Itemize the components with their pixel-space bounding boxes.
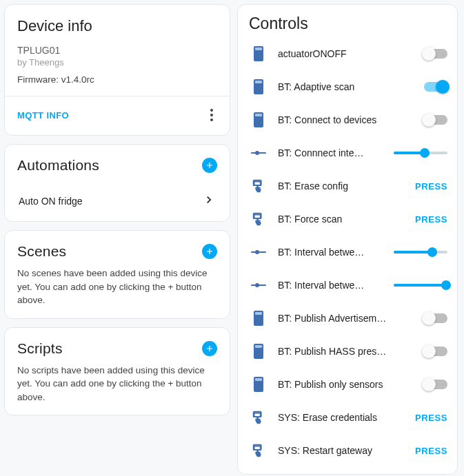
control-label: BT: Interval betwe… xyxy=(278,280,384,291)
tap-icon xyxy=(249,410,268,425)
scripts-title: Scripts xyxy=(17,340,63,357)
control-label: SYS: Restart gateway xyxy=(278,445,388,456)
control-row[interactable]: BT: Publish Advertisement … xyxy=(248,302,449,335)
control-row[interactable]: BT: Publish only sensors xyxy=(248,368,449,401)
mqtt-info-link[interactable]: MQTT INFO xyxy=(17,110,69,121)
control-label: BT: Connnect inte… xyxy=(278,147,384,158)
control-row[interactable]: BT: Adaptive scan xyxy=(248,70,449,103)
control-label: BT: Publish Advertisement … xyxy=(278,313,388,324)
control-label: BT: Connect to devices xyxy=(278,114,388,125)
control-row[interactable]: BT: Interval betwe… xyxy=(248,269,449,302)
toggle-switch[interactable] xyxy=(424,115,447,125)
control-row[interactable]: actuatorONOFF xyxy=(248,37,449,70)
control-row[interactable]: BT: Publish HASS presence xyxy=(248,335,449,368)
device-info-card: Device info TPLUG01 by Theengs Firmware:… xyxy=(4,4,230,136)
control-row[interactable]: BT: Connect to devices xyxy=(248,103,449,136)
scripts-empty-text: No scripts have been added using this de… xyxy=(17,364,217,404)
control-row[interactable]: BT: Connnect inte… xyxy=(248,136,449,169)
automations-title: Automations xyxy=(17,157,99,174)
toggle-switch[interactable] xyxy=(424,82,447,92)
automation-label: Auto ON fridge xyxy=(19,196,83,207)
scenes-empty-text: No scenes have been added using this dev… xyxy=(17,267,217,307)
press-button[interactable]: PRESS xyxy=(415,214,447,225)
control-label: BT: Force scan xyxy=(278,214,388,225)
slider-icon xyxy=(249,251,268,253)
scripts-card: Scripts No scripts have been added using… xyxy=(4,327,230,416)
control-label: BT: Publish HASS presence xyxy=(278,346,388,357)
tap-icon xyxy=(249,178,268,194)
control-label: BT: Erase config xyxy=(278,180,388,192)
tap-icon xyxy=(249,443,268,458)
device-icon xyxy=(249,79,268,94)
device-name: TPLUG01 xyxy=(17,45,217,56)
control-row[interactable]: BT: Interval betwe… xyxy=(248,236,449,269)
automation-row[interactable]: Auto ON fridge xyxy=(17,180,217,210)
slider-icon xyxy=(249,284,268,286)
slider-control[interactable] xyxy=(394,251,447,253)
slider-control[interactable] xyxy=(394,152,447,154)
add-scene-button[interactable] xyxy=(202,244,217,259)
control-row[interactable]: BT: Erase configPRESS xyxy=(248,169,449,203)
add-automation-button[interactable] xyxy=(202,158,217,173)
control-label: actuatorONOFF xyxy=(278,48,388,59)
device-icon xyxy=(249,377,268,392)
control-label: BT: Publish only sensors xyxy=(278,379,388,390)
press-button[interactable]: PRESS xyxy=(415,413,447,423)
device-firmware: Firmware: v1.4.0rc xyxy=(17,74,217,85)
add-script-button[interactable] xyxy=(202,341,217,356)
controls-card: Controls actuatorONOFFBT: Adaptive scanB… xyxy=(237,4,458,475)
control-label: BT: Interval betwe… xyxy=(278,247,384,258)
slider-control[interactable] xyxy=(394,284,447,287)
press-button[interactable]: PRESS xyxy=(415,181,447,192)
device-icon xyxy=(249,344,268,359)
control-row[interactable]: SYS: Erase credentialsPRESS xyxy=(248,401,449,434)
toggle-switch[interactable] xyxy=(424,313,447,323)
kebab-menu-icon[interactable] xyxy=(208,106,213,124)
press-button[interactable]: PRESS xyxy=(415,446,447,456)
toggle-switch[interactable] xyxy=(424,346,447,356)
chevron-right-icon xyxy=(202,193,216,209)
controls-list: actuatorONOFFBT: Adaptive scanBT: Connec… xyxy=(248,37,449,467)
scenes-card: Scenes No scenes have been added using t… xyxy=(4,230,230,319)
device-icon xyxy=(249,311,268,326)
control-label: SYS: Erase credentials xyxy=(278,412,388,423)
toggle-switch[interactable] xyxy=(424,49,447,59)
device-manufacturer: by Theengs xyxy=(17,57,217,68)
toggle-switch[interactable] xyxy=(424,380,447,389)
control-row[interactable]: BT: Force scanPRESS xyxy=(248,203,449,236)
controls-title: Controls xyxy=(248,14,449,33)
device-info-title: Device info xyxy=(17,17,217,35)
slider-icon xyxy=(249,152,268,154)
control-label: BT: Adaptive scan xyxy=(278,81,388,92)
device-icon xyxy=(249,46,268,61)
tap-icon xyxy=(249,211,268,227)
scenes-title: Scenes xyxy=(17,243,66,260)
automations-card: Automations Auto ON fridge xyxy=(4,144,230,222)
control-row[interactable]: SYS: Restart gatewayPRESS xyxy=(248,434,449,467)
device-icon xyxy=(249,112,268,127)
